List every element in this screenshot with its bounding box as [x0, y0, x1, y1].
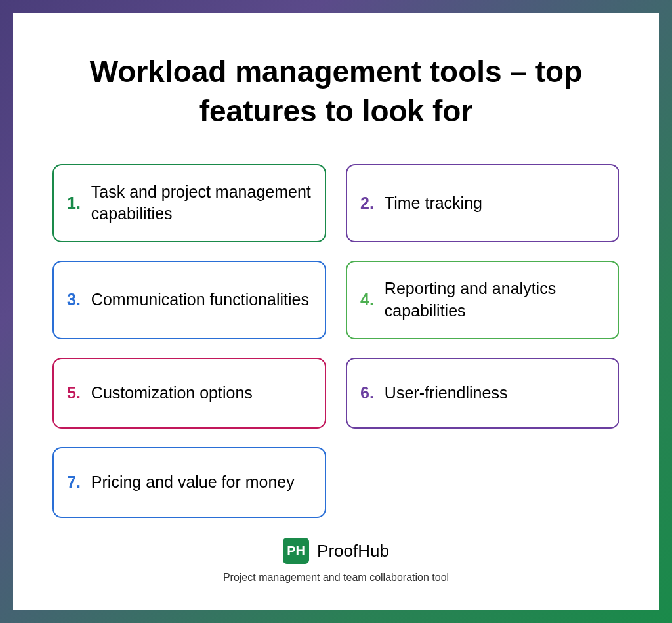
- feature-number: 6.: [360, 383, 374, 402]
- feature-text: Task and project management capabilities: [91, 181, 312, 226]
- feature-item-3: 3. Communication functionalities: [52, 261, 326, 339]
- feature-item-6: 6. User-friendliness: [346, 358, 620, 429]
- feature-item-5: 5. Customization options: [52, 358, 326, 429]
- feature-item-7: 7. Pricing and value for money: [52, 447, 326, 518]
- tagline: Project management and team collaboratio…: [223, 572, 449, 584]
- logo: PH ProofHub: [283, 538, 389, 564]
- feature-text: Customization options: [91, 382, 253, 404]
- features-grid: 1. Task and project management capabilit…: [52, 164, 620, 518]
- feature-item-2: 2. Time tracking: [346, 164, 620, 243]
- logo-text: ProofHub: [317, 541, 389, 561]
- feature-item-4: 4. Reporting and analytics capabilities: [346, 261, 620, 339]
- feature-text: Reporting and analytics capabilities: [385, 278, 605, 322]
- proofhub-logo-icon: PH: [283, 538, 309, 564]
- feature-number: 4.: [360, 290, 374, 309]
- feature-text: Time tracking: [385, 192, 482, 215]
- feature-number: 5.: [67, 383, 81, 402]
- feature-text: Communication functionalities: [91, 289, 309, 311]
- feature-number: 1.: [67, 194, 81, 213]
- page-title: Workload management tools – top features…: [52, 53, 620, 131]
- feature-text: Pricing and value for money: [91, 471, 295, 494]
- footer: PH ProofHub Project management and team …: [52, 538, 620, 584]
- feature-number: 2.: [360, 194, 374, 213]
- infographic-card: Workload management tools – top features…: [13, 13, 659, 610]
- feature-number: 3.: [67, 290, 81, 309]
- feature-item-1: 1. Task and project management capabilit…: [52, 164, 326, 243]
- feature-number: 7.: [67, 473, 81, 492]
- feature-text: User-friendliness: [385, 382, 508, 404]
